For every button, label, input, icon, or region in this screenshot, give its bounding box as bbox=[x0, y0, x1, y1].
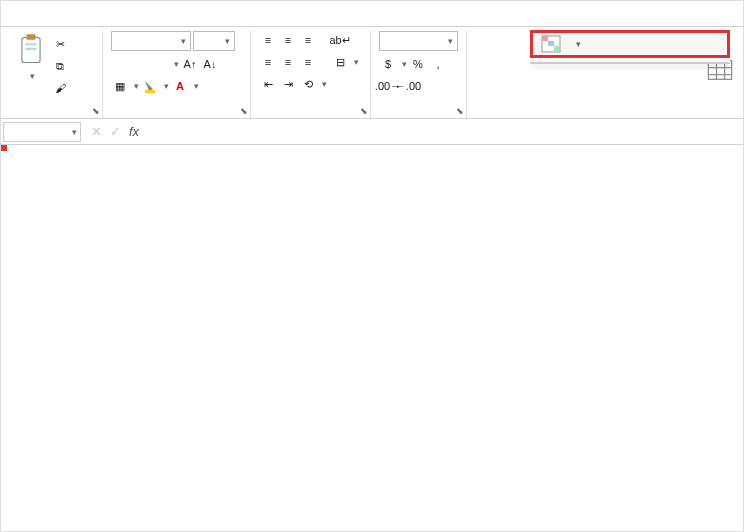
chevron-down-icon: ▾ bbox=[30, 71, 35, 81]
number-expand-icon[interactable]: ⬊ bbox=[456, 106, 464, 116]
underline-button[interactable] bbox=[151, 55, 169, 73]
align-left-button[interactable]: ≡ bbox=[259, 53, 277, 71]
bold-button[interactable] bbox=[111, 55, 129, 73]
align-top-button[interactable]: ≡ bbox=[259, 31, 277, 49]
fill-color-button[interactable] bbox=[141, 77, 159, 95]
clipboard-group-label bbox=[7, 114, 102, 118]
decrease-decimal-button[interactable]: ←.00 bbox=[399, 77, 417, 95]
increase-indent-button[interactable]: ⇥ bbox=[279, 75, 297, 93]
align-right-button[interactable]: ≡ bbox=[299, 53, 317, 71]
cf-menu bbox=[530, 62, 730, 64]
cancel-formula-icon[interactable]: ✕ bbox=[91, 124, 102, 139]
italic-button[interactable] bbox=[131, 55, 149, 73]
font-name-select[interactable]: ▾ bbox=[111, 31, 191, 51]
svg-rect-7 bbox=[548, 41, 554, 46]
increase-font-button[interactable]: A↑ bbox=[181, 55, 199, 73]
svg-rect-4 bbox=[145, 90, 155, 93]
clipboard-expand-icon[interactable]: ⬊ bbox=[92, 106, 100, 116]
align-center-button[interactable]: ≡ bbox=[279, 53, 297, 71]
merge-button[interactable]: ⊟ bbox=[331, 53, 349, 71]
conditional-formatting-icon bbox=[541, 35, 561, 53]
svg-rect-2 bbox=[25, 43, 36, 45]
chevron-down-icon: ▾ bbox=[174, 59, 179, 69]
paste-button[interactable]: ▾ bbox=[15, 31, 47, 83]
currency-button[interactable]: $ bbox=[379, 55, 397, 73]
font-group-label bbox=[103, 114, 250, 118]
clipboard-icon bbox=[17, 33, 45, 67]
svg-rect-3 bbox=[25, 48, 36, 50]
alignment-expand-icon[interactable]: ⬊ bbox=[360, 106, 368, 116]
conditional-formatting-button[interactable]: ▾ bbox=[530, 30, 730, 58]
format-painter-button[interactable]: 🖌 bbox=[51, 79, 69, 97]
font-color-button[interactable]: A bbox=[171, 77, 189, 95]
alignment-group-label bbox=[251, 114, 370, 118]
align-middle-button[interactable]: ≡ bbox=[279, 31, 297, 49]
number-group-label bbox=[371, 114, 466, 118]
wrap-text-button[interactable]: ab↵ bbox=[331, 31, 349, 49]
decrease-indent-button[interactable]: ⇤ bbox=[259, 75, 277, 93]
percent-button[interactable]: % bbox=[409, 55, 427, 73]
cut-button[interactable]: ✂ bbox=[51, 35, 69, 53]
chevron-down-icon: ▾ bbox=[576, 39, 581, 49]
fx-icon[interactable]: fx bbox=[129, 124, 139, 139]
copy-button[interactable]: ⧉ bbox=[51, 57, 69, 75]
align-bottom-button[interactable]: ≡ bbox=[299, 31, 317, 49]
borders-button[interactable]: ▦ bbox=[111, 77, 129, 95]
menu-bar bbox=[1, 1, 743, 27]
comma-button[interactable]: , bbox=[429, 55, 447, 73]
font-size-select[interactable]: ▾ bbox=[193, 31, 235, 51]
orientation-button[interactable]: ⟲ bbox=[299, 75, 317, 93]
enter-formula-icon[interactable]: ✓ bbox=[110, 124, 121, 139]
svg-rect-8 bbox=[554, 46, 560, 51]
number-format-select[interactable]: ▾ bbox=[379, 31, 458, 51]
svg-rect-1 bbox=[26, 34, 35, 40]
svg-rect-6 bbox=[542, 36, 548, 41]
formula-bar-row: ▾ ✕ ✓ fx bbox=[1, 119, 743, 145]
decrease-font-button[interactable]: A↓ bbox=[201, 55, 219, 73]
font-expand-icon[interactable]: ⬊ bbox=[240, 106, 248, 116]
name-box[interactable]: ▾ bbox=[3, 122, 81, 142]
